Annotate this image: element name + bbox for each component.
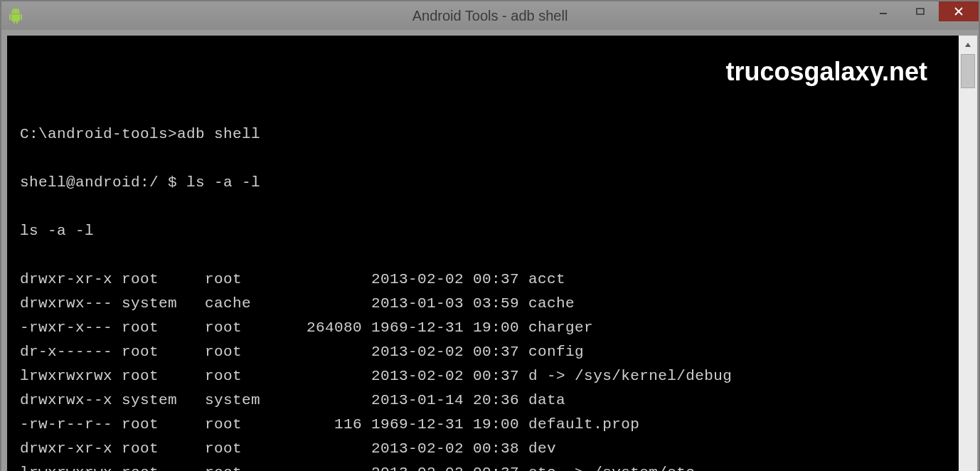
titlebar[interactable]: Android Tools - adb shell [1, 1, 979, 30]
android-icon [7, 7, 24, 24]
svg-marker-6 [965, 43, 971, 47]
echo-line: ls -a -l [20, 219, 950, 243]
prompt-line: shell@android:/ $ ls -a -l [20, 171, 950, 195]
chevron-up-icon [964, 41, 971, 48]
listing-row: drwxrwx--x system system 2013-01-14 20:3… [20, 388, 950, 413]
terminal-output[interactable]: C:\android-tools>adb shell shell@android… [7, 36, 959, 471]
svg-rect-3 [917, 9, 924, 14]
maximize-icon [915, 6, 925, 16]
listing-row: drwxr-xr-x root root 2013-02-02 00:37 ac… [20, 268, 950, 292]
watermark-text: trucosgalaxy.net [726, 57, 927, 87]
listing-row: dr-x------ root root 2013-02-02 00:37 co… [20, 340, 950, 364]
close-button[interactable] [939, 1, 979, 21]
listing-row: -rw-r--r-- root root 116 1969-12-31 19:0… [20, 413, 950, 437]
listing-row: drwxr-xr-x root root 2013-02-02 00:38 de… [20, 437, 950, 461]
window-frame: Android Tools - adb shell C:\android-too… [0, 0, 980, 471]
prompt-line: C:\android-tools>adb shell [20, 122, 950, 147]
maximize-button[interactable] [902, 1, 939, 21]
listing-row: drwxrwx--- system cache 2013-01-03 03:59… [20, 292, 950, 316]
listing-row: lrwxrwxrwx root root 2013-02-02 00:37 et… [20, 461, 950, 471]
client-area: C:\android-tools>adb shell shell@android… [1, 30, 979, 471]
terminal-container: C:\android-tools>adb shell shell@android… [7, 36, 977, 471]
minimize-icon [878, 6, 888, 16]
scroll-thumb[interactable] [961, 54, 975, 88]
listing-row: lrwxrwxrwx root root 2013-02-02 00:37 d … [20, 364, 950, 388]
listing-row: -rwxr-x--- root root 264080 1969-12-31 1… [20, 316, 950, 340]
app-icon-wrap [1, 1, 30, 30]
window-title: Android Tools - adb shell [1, 8, 979, 24]
close-icon [954, 6, 964, 16]
scroll-up-arrow[interactable] [959, 36, 977, 54]
window-controls [865, 1, 979, 21]
vertical-scrollbar[interactable] [959, 36, 977, 471]
minimize-button[interactable] [865, 1, 902, 21]
